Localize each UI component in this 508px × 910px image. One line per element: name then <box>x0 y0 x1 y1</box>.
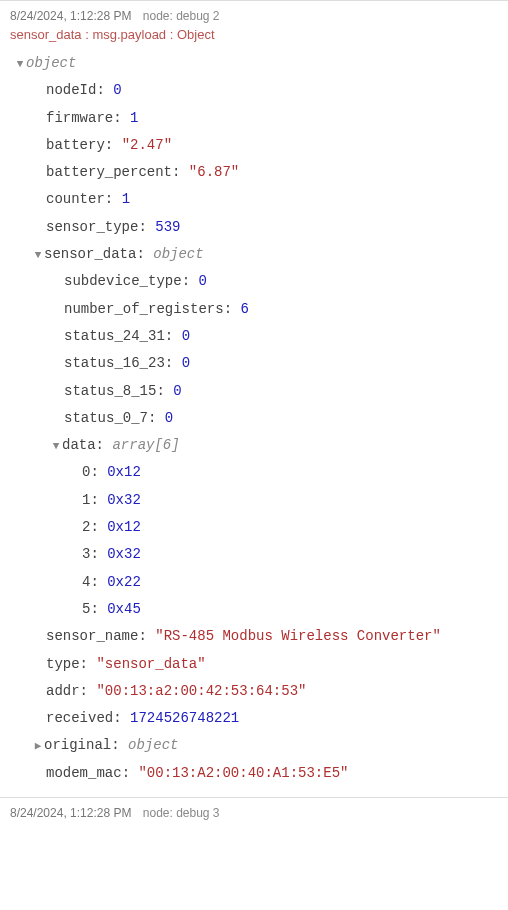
property-key: subdevice_type <box>64 273 182 289</box>
tree-row[interactable]: sensor_name: "RS-485 Modbus Wireless Con… <box>10 623 498 650</box>
property-value: 0x32 <box>107 546 141 562</box>
debug-message: 8/24/2024, 1:12:28 PM node: debug 3 <box>0 797 508 828</box>
property-key: status_24_31 <box>64 328 165 344</box>
property-key: nodeId <box>46 82 96 98</box>
tree-row-expandable[interactable]: ▶original: object <box>10 732 498 759</box>
property-value: 1 <box>122 191 130 207</box>
tree-row[interactable]: status_0_7: 0 <box>10 405 498 432</box>
tree-row[interactable]: 2: 0x12 <box>10 514 498 541</box>
property-value: "RS-485 Modbus Wireless Converter" <box>155 628 441 644</box>
property-value: 0 <box>113 82 121 98</box>
message-header: 8/24/2024, 1:12:28 PM node: debug 2 <box>0 5 508 25</box>
type-label: object <box>128 737 178 753</box>
tree-row[interactable]: addr: "00:13:a2:00:42:53:64:53" <box>10 678 498 705</box>
property-value: 6 <box>240 301 248 317</box>
property-value: 0x32 <box>107 492 141 508</box>
message-timestamp: 8/24/2024, 1:12:28 PM <box>10 806 131 820</box>
property-value: 0 <box>182 328 190 344</box>
property-value: 0 <box>165 410 173 426</box>
tree-row-expandable[interactable]: ▼sensor_data: object <box>10 241 498 268</box>
property-value: "00:13:A2:00:40:A1:53:E5" <box>138 765 348 781</box>
property-key: sensor_data <box>44 246 136 262</box>
tree-row[interactable]: 1: 0x32 <box>10 487 498 514</box>
property-value: "2.47" <box>122 137 172 153</box>
tree-row[interactable]: 3: 0x32 <box>10 541 498 568</box>
property-value: 0x12 <box>107 464 141 480</box>
property-key: sensor_type <box>46 219 138 235</box>
property-key: status_0_7 <box>64 410 148 426</box>
debug-message: 8/24/2024, 1:12:28 PM node: debug 2 sens… <box>0 0 508 797</box>
tree-row[interactable]: number_of_registers: 6 <box>10 296 498 323</box>
message-timestamp: 8/24/2024, 1:12:28 PM <box>10 9 131 23</box>
caret-down-icon[interactable]: ▼ <box>14 54 26 75</box>
property-value: 0 <box>198 273 206 289</box>
property-key: data <box>62 437 96 453</box>
property-key: received <box>46 710 113 726</box>
property-key: firmware <box>46 110 113 126</box>
property-value: 1 <box>130 110 138 126</box>
type-label: array[6] <box>112 437 179 453</box>
property-value: 0x12 <box>107 519 141 535</box>
tree-row[interactable]: battery: "2.47" <box>10 132 498 159</box>
property-key: number_of_registers <box>64 301 224 317</box>
property-value: 539 <box>155 219 180 235</box>
property-key: counter <box>46 191 105 207</box>
property-key: addr <box>46 683 80 699</box>
property-key: status_8_15 <box>64 383 156 399</box>
message-node-label: node: debug 3 <box>143 806 220 820</box>
property-value: 0x45 <box>107 601 141 617</box>
tree-row[interactable]: received: 1724526748221 <box>10 705 498 732</box>
tree-row-expandable[interactable]: ▼data: array[6] <box>10 432 498 459</box>
property-value: 1724526748221 <box>130 710 239 726</box>
property-value: "sensor_data" <box>96 656 205 672</box>
debug-panel[interactable]: 8/24/2024, 1:12:28 PM node: debug 2 sens… <box>0 0 508 910</box>
tree-row[interactable]: firmware: 1 <box>10 105 498 132</box>
property-key: status_16_23 <box>64 355 165 371</box>
property-key: original <box>44 737 111 753</box>
property-key: battery_percent <box>46 164 172 180</box>
property-key: modem_mac <box>46 765 122 781</box>
tree-row[interactable]: counter: 1 <box>10 186 498 213</box>
property-value: "00:13:a2:00:42:53:64:53" <box>96 683 306 699</box>
tree-row[interactable]: 4: 0x22 <box>10 569 498 596</box>
message-node-label: node: debug 2 <box>143 9 220 23</box>
type-label: object <box>153 246 203 262</box>
tree-row[interactable]: 0: 0x12 <box>10 459 498 486</box>
tree-row[interactable]: sensor_type: 539 <box>10 214 498 241</box>
type-label: object <box>26 55 76 71</box>
property-value: 0 <box>182 355 190 371</box>
caret-down-icon[interactable]: ▼ <box>32 245 44 266</box>
message-topic: sensor_data : msg.payload : Object <box>0 25 508 50</box>
property-value: 0x22 <box>107 574 141 590</box>
tree-row[interactable]: status_24_31: 0 <box>10 323 498 350</box>
tree-row[interactable]: nodeId: 0 <box>10 77 498 104</box>
tree-row[interactable]: 5: 0x45 <box>10 596 498 623</box>
property-key: type <box>46 656 80 672</box>
property-value: 0 <box>173 383 181 399</box>
property-key: battery <box>46 137 105 153</box>
property-key: sensor_name <box>46 628 138 644</box>
tree-row[interactable]: type: "sensor_data" <box>10 651 498 678</box>
tree-row[interactable]: status_8_15: 0 <box>10 378 498 405</box>
tree-row[interactable]: modem_mac: "00:13:A2:00:40:A1:53:E5" <box>10 760 498 787</box>
object-tree: ▼object nodeId: 0 firmware: 1 battery: "… <box>0 50 508 791</box>
tree-row[interactable]: subdevice_type: 0 <box>10 268 498 295</box>
caret-right-icon[interactable]: ▶ <box>32 736 44 757</box>
caret-down-icon[interactable]: ▼ <box>50 436 62 457</box>
tree-root-row[interactable]: ▼object <box>10 50 498 77</box>
property-value: "6.87" <box>189 164 239 180</box>
message-header: 8/24/2024, 1:12:28 PM node: debug 3 <box>0 802 508 822</box>
tree-row[interactable]: battery_percent: "6.87" <box>10 159 498 186</box>
tree-row[interactable]: status_16_23: 0 <box>10 350 498 377</box>
